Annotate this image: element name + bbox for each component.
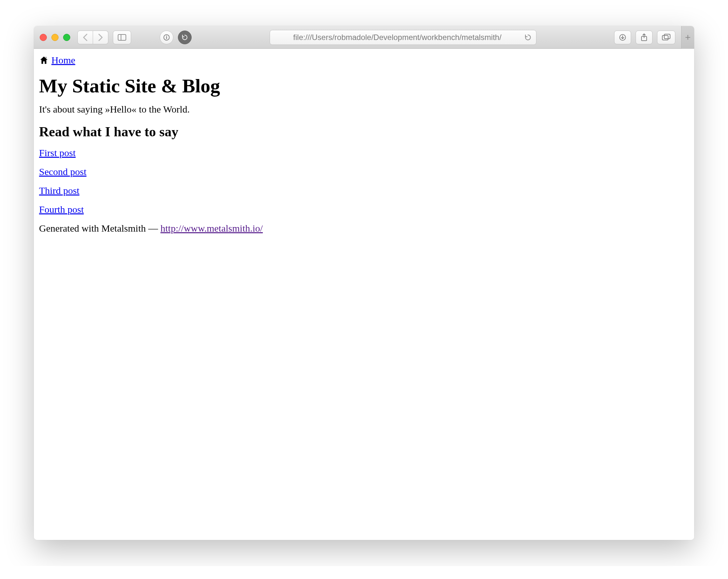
titlebar: file:///Users/robmadole/Development/work… [34, 26, 694, 49]
address-bar-wrap: file:///Users/robmadole/Development/work… [196, 30, 609, 45]
tabs-button[interactable] [657, 31, 675, 44]
reload-button[interactable] [178, 31, 191, 44]
right-toolbar [614, 31, 675, 44]
home-icon [39, 56, 49, 65]
generator-note: Generated with Metalsmith — http://www.m… [39, 223, 689, 234]
minimize-window-button[interactable] [51, 34, 58, 41]
back-button[interactable] [77, 31, 93, 44]
svg-rect-7 [662, 35, 668, 40]
window-controls [40, 34, 70, 41]
browser-window: file:///Users/robmadole/Development/work… [34, 26, 694, 540]
url-text: file:///Users/robmadole/Development/work… [275, 33, 520, 42]
share-button[interactable] [635, 31, 653, 44]
downloads-button[interactable] [614, 31, 631, 44]
sidebar-toggle-button[interactable] [113, 31, 131, 44]
post-link[interactable]: Fourth post [39, 204, 84, 215]
generator-prefix: Generated with Metalsmith — [39, 223, 160, 234]
refresh-icon[interactable] [524, 34, 531, 41]
new-tab-button[interactable]: + [681, 26, 694, 49]
post-link[interactable]: First post [39, 147, 76, 158]
nav-buttons [77, 31, 108, 44]
zoom-window-button[interactable] [63, 34, 70, 41]
svg-rect-0 [118, 34, 126, 40]
post-link[interactable]: Third post [39, 185, 79, 196]
post-link[interactable]: Second post [39, 166, 86, 177]
svg-rect-4 [166, 37, 167, 39]
forward-button[interactable] [93, 31, 108, 44]
svg-rect-8 [664, 34, 670, 39]
breadcrumb: Home [39, 55, 689, 66]
home-link[interactable]: Home [51, 55, 75, 66]
site-info-button[interactable] [160, 31, 173, 44]
tagline: It's about saying »Hello« to the World. [39, 104, 689, 115]
page-content: Home My Static Site & Blog It's about sa… [34, 49, 694, 540]
address-bar[interactable]: file:///Users/robmadole/Development/work… [270, 30, 537, 45]
generator-link[interactable]: http://www.metalsmith.io/ [160, 223, 263, 234]
section-heading: Read what I have to say [39, 124, 689, 139]
post-list: First post Second post Third post Fourth… [39, 147, 689, 215]
svg-point-3 [166, 35, 167, 36]
page-title: My Static Site & Blog [39, 75, 689, 97]
close-window-button[interactable] [40, 34, 47, 41]
